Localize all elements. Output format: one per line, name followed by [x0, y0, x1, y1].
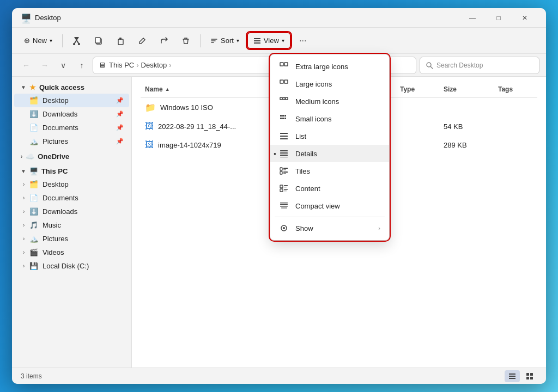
back-button[interactable]: ←	[19, 58, 34, 73]
menu-item-small-icons[interactable]: Small icons	[270, 110, 389, 127]
sidebar-item-videos-pc[interactable]: › 🎬 Videos	[14, 246, 129, 259]
sidebar-item-pictures-pc[interactable]: › 🏔️ Pictures	[14, 232, 129, 246]
svg-rect-12	[530, 373, 533, 376]
window-controls: — □ ✕	[460, 9, 537, 27]
onedrive-label: OneDrive	[38, 152, 69, 161]
sidebar-item-label: Videos	[43, 248, 64, 256]
search-placeholder: Search Desktop	[436, 62, 483, 69]
desktop-pc-chevron-icon: ›	[23, 181, 25, 187]
svg-rect-15	[280, 63, 283, 66]
sidebar-item-documents-quickaccess[interactable]: 📄 Documents 📌	[14, 121, 129, 134]
tiles-view-toggle[interactable]	[522, 370, 537, 382]
sidebar-item-music-pc[interactable]: › 🎵 Music	[14, 218, 129, 232]
copy-button[interactable]	[89, 31, 108, 51]
menu-item-details[interactable]: ● Details	[270, 145, 389, 162]
sidebar-item-desktop-pc[interactable]: › 🗂️ Desktop	[14, 177, 129, 191]
pictures-pc-chevron-icon: ›	[23, 236, 25, 242]
svg-rect-29	[280, 136, 288, 137]
menu-item-medium-icons[interactable]: Medium icons	[270, 93, 389, 110]
svg-rect-27	[284, 118, 286, 119]
onedrive-header[interactable]: › ☁️ OneDrive	[14, 150, 129, 163]
file-tags-cell	[494, 138, 537, 152]
pictures-icon: 🏔️	[29, 137, 38, 145]
sidebar-item-label: Pictures	[43, 137, 68, 145]
recent-locations-button[interactable]: ∨	[56, 58, 71, 73]
column-type[interactable]: Type	[396, 83, 439, 95]
svg-rect-44	[280, 189, 283, 192]
rename-button[interactable]	[132, 31, 152, 51]
new-button[interactable]: ⊕ New ▾	[19, 33, 58, 48]
sidebar-item-label: Documents	[43, 194, 78, 202]
svg-rect-21	[286, 97, 288, 100]
menu-item-large-icons[interactable]: Large icons	[270, 75, 389, 93]
sidebar: ▼ ★ Quick access 🗂️ Desktop 📌 ⬇️ Downloa…	[12, 77, 132, 367]
share-button[interactable]	[154, 31, 174, 51]
sidebar-item-documents-pc[interactable]: › 📄 Documents	[14, 191, 129, 205]
forward-button[interactable]: →	[37, 58, 52, 73]
menu-item-list[interactable]: List	[270, 127, 389, 145]
view-button[interactable]: View ▾	[247, 32, 291, 49]
svg-rect-9	[509, 376, 515, 377]
folder-icon: 📁	[145, 102, 156, 113]
show-icon	[279, 223, 289, 233]
cut-button[interactable]	[67, 31, 87, 51]
close-button[interactable]: ✕	[512, 9, 537, 27]
this-pc-chevron-icon: ▼	[21, 168, 26, 174]
paste-button[interactable]	[111, 31, 130, 51]
delete-button[interactable]	[176, 31, 196, 51]
sidebar-item-pictures-quickaccess[interactable]: 🏔️ Pictures 📌	[14, 134, 129, 148]
large-icons-icon	[279, 79, 289, 89]
sidebar-item-desktop-quickaccess[interactable]: 🗂️ Desktop 📌	[14, 94, 129, 107]
small-icons-icon	[279, 114, 289, 124]
quick-access-section: ▼ ★ Quick access 🗂️ Desktop 📌 ⬇️ Downloa…	[12, 81, 131, 148]
up-button[interactable]: ↑	[74, 58, 89, 73]
search-bar[interactable]: Search Desktop	[420, 57, 539, 74]
quick-access-header[interactable]: ▼ ★ Quick access	[14, 81, 129, 94]
menu-item-content[interactable]: Content	[270, 180, 389, 197]
svg-rect-6	[254, 42, 260, 44]
pictures-pc-icon: 🏔️	[29, 235, 38, 243]
column-size[interactable]: Size	[439, 83, 494, 95]
menu-item-label: Show	[295, 224, 313, 232]
sidebar-item-localdisk-pc[interactable]: › 💾 Local Disk (C:)	[14, 259, 129, 273]
compact-view-icon	[279, 201, 289, 211]
this-pc-header[interactable]: ▼ 🖥️ This PC	[14, 165, 129, 177]
documents-pc-chevron-icon: ›	[23, 195, 25, 201]
svg-rect-42	[284, 185, 288, 186]
svg-rect-1	[95, 38, 100, 43]
active-bullet: ●	[274, 151, 276, 156]
menu-item-tiles[interactable]: Tiles	[270, 162, 389, 180]
menu-item-label: Details	[295, 150, 317, 158]
sidebar-item-downloads-quickaccess[interactable]: ⬇️ Downloads 📌	[14, 107, 129, 121]
svg-rect-45	[284, 189, 288, 190]
sidebar-item-label: Pictures	[43, 235, 68, 243]
maximize-button[interactable]: □	[486, 9, 511, 27]
menu-item-extra-large-icons[interactable]: Extra large icons	[270, 58, 389, 75]
column-tags[interactable]: Tags	[494, 83, 537, 95]
view-chevron-icon: ▾	[282, 38, 284, 44]
view-icon	[253, 37, 261, 45]
svg-rect-8	[509, 373, 515, 375]
sidebar-item-label: Local Disk (C:)	[43, 262, 89, 270]
delete-icon	[181, 36, 190, 45]
details-view-toggle[interactable]	[505, 370, 520, 382]
svg-rect-32	[280, 152, 288, 154]
desktop-folder-icon: 🗂️	[29, 96, 38, 105]
view-dropdown-menu: Extra large icons Large icons Medium ico…	[270, 54, 390, 241]
menu-item-compact-view[interactable]: Compact view	[270, 197, 389, 215]
minimize-button[interactable]: —	[460, 9, 485, 27]
documents-icon: 📄	[29, 124, 38, 132]
more-button[interactable]: ···	[293, 31, 313, 51]
menu-item-show[interactable]: Show ›	[270, 219, 389, 237]
sidebar-item-downloads-pc[interactable]: › ⬇️ Downloads	[14, 205, 129, 218]
paste-icon	[116, 36, 125, 45]
list-icon	[279, 131, 289, 141]
svg-rect-19	[280, 97, 282, 100]
downloads-pc-icon: ⬇️	[29, 207, 38, 216]
menu-item-label: Content	[295, 185, 320, 193]
image-icon: 🖼	[145, 121, 154, 131]
sort-button[interactable]: Sort ▾	[205, 33, 245, 48]
show-arrow-icon: ›	[378, 225, 380, 231]
pin-icon: 📌	[116, 97, 124, 104]
svg-point-53	[283, 227, 285, 229]
